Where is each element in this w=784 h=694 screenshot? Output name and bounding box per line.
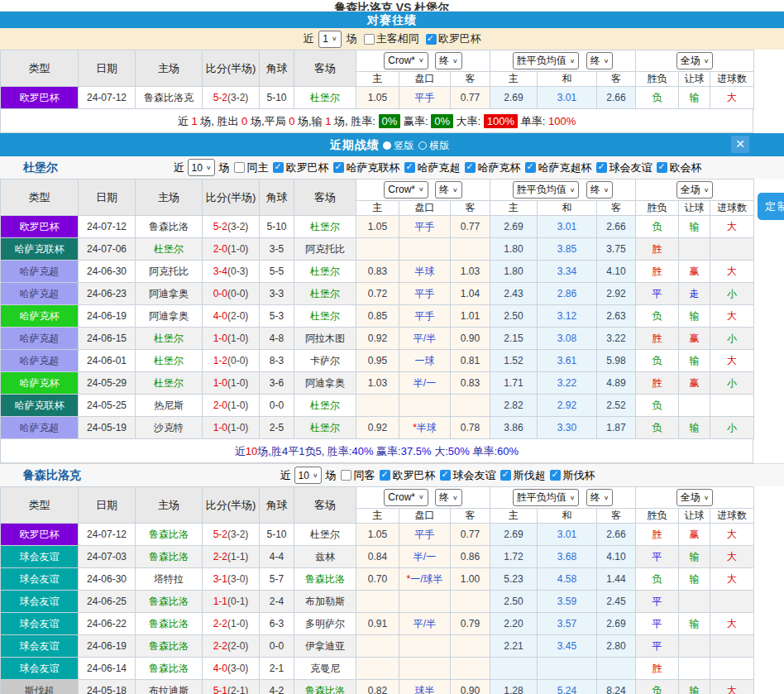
away-odds-cell: 1.01 [451,305,490,328]
checkbox-icon[interactable] [440,470,451,481]
checkbox-icon[interactable] [657,162,667,173]
odds-group-header: Crow*∨ 终∨ [356,50,490,72]
match-row: 球会友谊24-06-22鲁森比洛2-2(1-0)6-3多明萨尔0.91平/半0.… [1,613,754,635]
filter-checkbox[interactable]: 同客 [341,468,375,483]
filter-checkbox[interactable]: 斯伐超 [500,468,545,483]
filter-checkbox[interactable]: 主客相同 [364,31,419,46]
wdl-result-cell: 负 [636,216,679,238]
checkbox-icon[interactable] [364,34,375,45]
home-cell: 杜堡尔 [136,350,203,372]
handicap-result-cell: 输 [679,613,710,635]
checkbox-icon[interactable] [465,162,476,173]
recent-count-select[interactable]: 10∨ [294,467,323,484]
goals-result-cell: 小 [710,417,754,439]
checkbox-icon[interactable] [341,470,351,481]
match-row: 哈萨克超24-06-01杜堡尔1-2(0-0)8-3卡萨尔0.95一球0.811… [1,350,754,372]
filter-checkbox[interactable]: 哈萨克超杯 [525,160,591,175]
scope-select[interactable]: 全场∨ [676,489,714,506]
corner-cell: 4-2 [260,680,294,694]
filter-checkbox[interactable]: 欧罗巴杯 [380,468,435,483]
avg-home-cell: 2.69 [490,524,538,546]
customize-button[interactable]: 定制 [758,193,784,220]
filter-checkbox[interactable]: 同主 [234,160,268,175]
home-cell: 阿迪拿奥 [136,283,203,305]
filter-checkbox[interactable]: 哈萨克超 [404,160,460,175]
score-cell: 0-0(0-0) [203,283,260,305]
avg-stage-select[interactable]: 终∨ [586,489,614,506]
filter-checkbox[interactable]: 欧罗巴杯 [273,160,328,175]
chevron-down-icon: ∨ [604,58,610,65]
avg-away-cell [597,658,636,680]
filter-checkbox[interactable]: 欧会杯 [657,160,701,175]
recent-count-select[interactable]: 1∨ [318,31,341,48]
score-cell: 5-1(2-1) [203,680,260,694]
checkbox-icon[interactable] [273,162,284,173]
away-team-filter-row: 近10∨场同客欧罗巴杯球会友谊斯伐超斯伐杯 [0,467,784,484]
chevron-down-icon: ∨ [704,58,710,65]
goals-result-cell: 大 [710,524,754,546]
checkbox-icon[interactable] [333,162,344,173]
sub-column-header: 客 [451,201,490,216]
rate-badge: 100% [484,114,518,128]
avg-group-header: 胜平负均值∨ 终∨ [490,179,636,201]
handicap-result-cell [679,658,710,680]
home-odds-cell: 0.84 [356,546,399,568]
checkbox-icon[interactable] [596,162,607,173]
avg-home-cell: 1.28 [490,680,538,694]
chevron-down-icon: ∨ [452,58,458,65]
checkbox-icon[interactable] [500,470,511,481]
odds-stage-select[interactable]: 终∨ [435,181,462,199]
checkbox-icon[interactable] [380,470,390,481]
layout-option[interactable]: 竖版 [394,140,414,151]
filter-checkbox[interactable]: 斯伐杯 [550,468,595,483]
avg-away-cell: 2.45 [597,591,636,613]
filter-checkbox[interactable]: 欧罗巴杯 [426,31,481,46]
filter-checkbox[interactable]: 球会友谊 [596,160,652,175]
wdl-result-cell: 负 [636,87,679,109]
filter-suffix: 场 [347,31,357,46]
odds-stage-select[interactable]: 终∨ [435,52,462,69]
odds-company-select[interactable]: Crow*∨ [384,489,428,506]
recent-count-select[interactable]: 10∨ [188,159,216,176]
column-header: 客场 [294,50,356,87]
odds-company-select[interactable]: Crow*∨ [384,52,428,69]
odds-stage-select[interactable]: 终∨ [435,489,462,506]
checkbox-icon[interactable] [550,470,561,481]
avg-away-cell: 2.69 [597,613,636,635]
date-cell: 24-06-30 [79,261,136,283]
home-odds-cell: 0.85 [356,305,399,328]
home-team-section-head: 杜堡尔 近10∨场同主欧罗巴杯哈萨克联杯哈萨克超哈萨克杯哈萨克超杯球会友谊欧会杯 [0,156,784,179]
close-icon[interactable]: ✕ [731,136,749,153]
radio-icon[interactable] [418,141,427,150]
checkbox-icon[interactable] [404,162,415,173]
avg-type-select[interactable]: 胜平负均值∨ [513,52,580,69]
home-cell: 鲁森比洛 [136,658,203,680]
handicap-cell: 平手 [399,87,451,109]
scope-select[interactable]: 全场∨ [676,181,714,199]
filter-checkbox[interactable]: 哈萨克联杯 [333,160,399,175]
avg-away-cell: 2.66 [597,524,636,546]
odds-company-select[interactable]: Crow*∨ [384,181,428,199]
avg-home-cell: 1.80 [490,261,538,283]
avg-type-select[interactable]: 胜平负均值∨ [513,489,580,506]
score-cell: 1-0(1-0) [203,372,260,395]
avg-stage-select[interactable]: 终∨ [586,52,614,69]
score-cell: 1-0(1-0) [203,328,260,350]
handicap-result-cell: 输 [679,546,710,568]
score-cell: 4-0(3-0) [203,658,260,680]
radio-icon[interactable] [383,141,391,150]
avg-stage-select[interactable]: 终∨ [586,181,614,199]
avg-type-select[interactable]: 胜平负均值∨ [513,181,580,199]
sub-column-header: 盘口 [399,201,451,216]
avg-home-cell: 2.43 [490,283,538,305]
checkbox-icon[interactable] [525,162,536,173]
checkbox-icon[interactable] [426,34,437,45]
away-odds-cell: 1.00 [451,568,490,591]
scope-select[interactable]: 全场∨ [676,52,714,69]
filter-checkbox[interactable]: 球会友谊 [440,468,495,483]
layout-option[interactable]: 横版 [429,140,449,151]
league-cell: 哈萨克超 [1,283,79,305]
checkbox-icon[interactable] [234,162,245,173]
filter-checkbox[interactable]: 哈萨克杯 [465,160,520,175]
score-cell: 1-1(0-1) [203,591,260,613]
